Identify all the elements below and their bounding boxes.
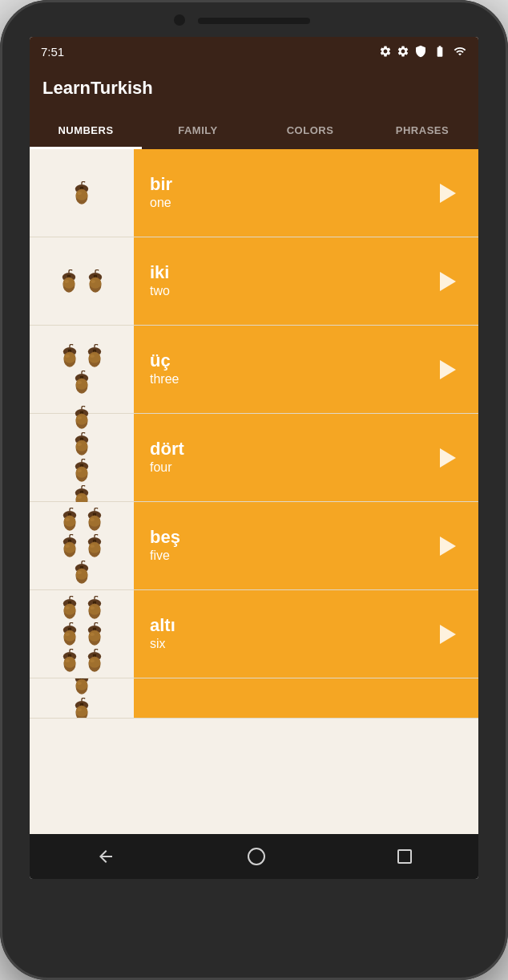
acorn-grid-3 — [46, 338, 118, 401]
list-item[interactable]: altı six — [30, 590, 478, 678]
svg-point-88 — [78, 570, 82, 573]
camera — [174, 14, 185, 26]
svg-point-40 — [78, 416, 82, 419]
recents-button[interactable] — [397, 849, 412, 864]
acorn-grid-4 — [54, 399, 110, 516]
svg-point-112 — [90, 632, 94, 635]
svg-point-81 — [88, 542, 100, 553]
svg-point-69 — [88, 516, 100, 527]
acorn-icon — [71, 181, 93, 205]
play-button-6[interactable] — [433, 620, 462, 649]
bottom-navigation — [30, 834, 478, 879]
text-5: beş five — [150, 527, 433, 565]
play-button-3[interactable] — [433, 355, 462, 384]
status-bar: 7:51 — [30, 37, 478, 66]
back-button[interactable] — [96, 847, 115, 866]
svg-point-100 — [90, 605, 94, 609]
phone-frame: 7:51 — [0, 0, 508, 980]
play-button-5[interactable] — [433, 532, 462, 561]
tab-numbers[interactable]: NUMBERS — [30, 111, 142, 149]
turkish-word-6: altı — [150, 615, 433, 636]
content-2: iki two — [134, 237, 478, 325]
acorn-icon — [71, 459, 93, 483]
list-item[interactable]: bir one — [30, 149, 478, 237]
list-item[interactable] — [30, 678, 478, 719]
content-1: bir one — [134, 149, 478, 237]
acorn-icon — [83, 596, 106, 620]
acorn-icon — [58, 622, 81, 646]
tab-phrases[interactable]: PHRASES — [366, 111, 478, 149]
acorn-icon — [83, 649, 106, 673]
list-item[interactable]: iki two — [30, 237, 478, 326]
play-icon-3 — [440, 360, 456, 379]
svg-point-27 — [88, 352, 100, 363]
list-item[interactable]: dört four — [30, 414, 478, 502]
acorn-icon — [71, 698, 93, 719]
list-item[interactable]: beş five — [30, 502, 478, 590]
text-1: bir one — [150, 174, 433, 212]
screen: 7:51 — [30, 37, 478, 879]
english-word-2: two — [150, 283, 433, 300]
turkish-word-1: bir — [150, 174, 433, 195]
icon-area-2 — [30, 237, 134, 325]
recents-icon — [397, 849, 412, 864]
acorn-icon — [58, 649, 81, 673]
svg-point-70 — [90, 517, 94, 520]
english-word-1: one — [150, 195, 433, 212]
svg-point-130 — [78, 682, 82, 685]
acorn-icon — [83, 344, 106, 368]
svg-point-34 — [78, 381, 82, 384]
svg-point-99 — [88, 604, 100, 615]
tab-family[interactable]: FAMILY — [142, 111, 254, 149]
text-3: üç three — [150, 350, 433, 388]
play-icon-2 — [440, 272, 456, 291]
acorn-icon — [83, 508, 106, 532]
svg-point-21 — [63, 352, 75, 363]
svg-point-16 — [91, 279, 95, 282]
svg-point-117 — [63, 657, 75, 668]
svg-point-94 — [65, 605, 69, 609]
acorn-icon — [71, 432, 93, 456]
svg-point-123 — [88, 657, 100, 668]
svg-point-28 — [90, 354, 94, 358]
svg-point-135 — [76, 706, 88, 717]
settings-icon-1 — [379, 45, 392, 58]
turkish-word-3: üç — [150, 350, 433, 371]
english-word-6: six — [150, 636, 433, 653]
svg-point-33 — [76, 379, 88, 390]
svg-point-118 — [65, 658, 69, 662]
tab-colors[interactable]: COLORS — [254, 111, 366, 149]
play-button-1[interactable] — [433, 179, 462, 208]
svg-point-76 — [65, 544, 69, 547]
acorn-grid-5 — [46, 501, 118, 591]
back-icon — [96, 847, 115, 866]
english-word-4: four — [150, 460, 433, 476]
svg-point-129 — [76, 679, 88, 690]
english-word-5: five — [150, 548, 433, 565]
svg-point-22 — [65, 354, 69, 358]
svg-point-15 — [89, 277, 101, 289]
play-icon-5 — [440, 537, 456, 556]
acorn-icon — [58, 269, 80, 294]
home-button[interactable] — [248, 848, 265, 865]
acorn-icon — [71, 406, 93, 430]
acorn-grid-2 — [51, 263, 113, 300]
acorn-icon — [58, 534, 81, 558]
svg-point-124 — [90, 658, 94, 662]
play-button-4[interactable] — [433, 443, 462, 472]
wifi-icon — [453, 45, 467, 58]
svg-point-4 — [78, 191, 82, 194]
svg-point-63 — [63, 516, 75, 527]
play-button-2[interactable] — [433, 267, 462, 296]
number-list: bir one iki — [30, 149, 478, 834]
svg-point-82 — [90, 544, 94, 547]
acorn-icon — [84, 269, 107, 294]
turkish-word-5: beş — [150, 527, 433, 548]
svg-point-9 — [62, 277, 75, 289]
status-icons — [379, 45, 467, 58]
acorn-grid-1 — [64, 175, 99, 212]
acorn-icon — [58, 508, 81, 532]
play-icon-1 — [440, 184, 456, 203]
acorn-icon — [71, 678, 93, 695]
svg-point-45 — [76, 440, 88, 452]
